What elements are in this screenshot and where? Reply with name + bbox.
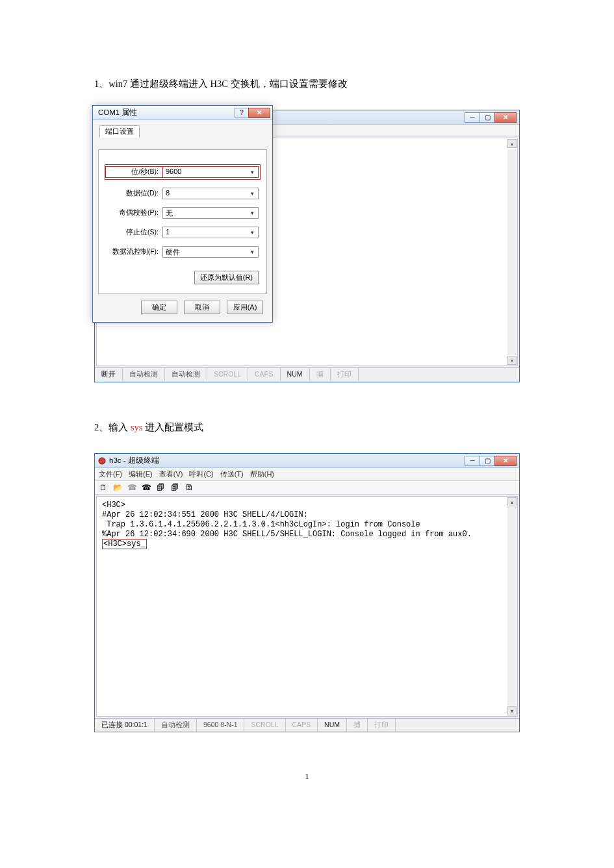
scroll-down-icon[interactable]: ▾ xyxy=(507,706,517,715)
status-detect1: 自动检测 xyxy=(123,368,165,381)
close-button[interactable]: ✕ xyxy=(494,112,517,123)
menu-help[interactable]: 帮助(H) xyxy=(250,469,274,479)
maximize-button[interactable]: ▢ xyxy=(480,456,495,466)
step1-text: win7 通过超级终端进入 H3C 交换机，端口设置需要修改 xyxy=(109,79,347,89)
close-button[interactable]: ✕ xyxy=(494,456,517,466)
scroll-down-icon[interactable]: ▾ xyxy=(507,356,517,365)
status-conn: 已连接 00:01:1 xyxy=(95,719,155,732)
step2-after: 进入配置模式 xyxy=(142,422,203,432)
status-capture: 捕 xyxy=(310,368,331,381)
svg-point-0 xyxy=(99,458,105,464)
field-databits: 数据位(D): 8 xyxy=(107,188,259,199)
win2-statusbar: 已连接 00:01:1 自动检测 9600 8-N-1 SCROLL CAPS … xyxy=(95,718,519,732)
apply-button[interactable]: 应用(A) xyxy=(227,301,263,314)
menu-file[interactable]: 文件(F) xyxy=(99,469,122,479)
send-icon[interactable]: 🗐 xyxy=(156,483,165,492)
ok-button[interactable]: 确定 xyxy=(141,301,177,314)
status-scroll: SCROLL xyxy=(207,368,248,381)
dialog-help-button[interactable]: ? xyxy=(235,108,249,118)
menu-view[interactable]: 查看(V) xyxy=(159,469,183,479)
vscrollbar[interactable] xyxy=(507,149,517,355)
properties-icon[interactable]: 🖺 xyxy=(185,483,194,492)
stopbits-select[interactable]: 1 xyxy=(162,227,259,238)
step1-title: 1、win7 通过超级终端进入 H3C 交换机，端口设置需要修改 xyxy=(94,78,520,90)
flow-select[interactable]: 硬件 xyxy=(162,246,259,258)
minimize-button[interactable]: ─ xyxy=(465,456,480,466)
status-caps: CAPS xyxy=(286,719,318,732)
status-caps: CAPS xyxy=(248,368,281,381)
terminal-output: <H3C> #Apr 26 12:02:34:551 2000 H3C SHEL… xyxy=(97,497,517,553)
hyperterminal-window-2: h3c - 超级终端 ─ ▢ ✕ 文件(F) 编辑(E) 查看(V) 呼叫(C)… xyxy=(94,453,520,732)
field-baud: 位/秒(B): 9600 xyxy=(105,164,261,180)
field-flowcontrol: 数据流控制(F): 硬件 xyxy=(107,246,259,258)
new-icon[interactable]: 🗋 xyxy=(99,483,108,492)
dialog-close-button[interactable]: ✕ xyxy=(248,108,270,118)
status-scroll: SCROLL xyxy=(244,719,285,732)
step2-title: 2、输入 sys 进入配置模式 xyxy=(94,421,520,434)
parity-label: 奇偶校验(P): xyxy=(107,208,162,217)
app-icon xyxy=(97,456,107,465)
tab-panel: 位/秒(B): 9600 数据位(D): 8 奇偶校验(P): 无 停止位(S)… xyxy=(98,149,267,294)
status-print: 打印 xyxy=(331,368,359,381)
page-number: 1 xyxy=(94,771,520,782)
win2-title: h3c - 超级终端 xyxy=(109,456,465,465)
baud-select[interactable]: 9600 xyxy=(162,166,259,178)
status-num: NUM xyxy=(318,719,347,732)
restore-defaults-button[interactable]: 还原为默认值(R) xyxy=(194,271,259,284)
baud-label: 位/秒(B): xyxy=(107,167,162,177)
menu-call[interactable]: 呼叫(C) xyxy=(189,469,213,479)
step2-cmd: sys xyxy=(131,422,143,432)
win2-titlebar: h3c - 超级终端 ─ ▢ ✕ xyxy=(95,454,519,468)
status-num: NUM xyxy=(281,368,310,381)
hyperterminal-window-1: ─ ▢ ✕ ▴ ▾ 断开 自动检测 自动检测 SCROLL CAPS NUM 捕… xyxy=(94,110,520,382)
stopbits-label: 停止位(S): xyxy=(107,228,162,237)
receive-icon[interactable]: 🗐 xyxy=(170,483,179,492)
databits-label: 数据位(D): xyxy=(107,189,162,198)
flow-label: 数据流控制(F): xyxy=(107,247,162,256)
status-conn: 断开 xyxy=(95,368,123,381)
dialog-title: COM1 属性 xyxy=(98,108,235,118)
step2-num: 2、 xyxy=(94,422,109,432)
minimize-button[interactable]: ─ xyxy=(465,112,480,123)
step2-before: 输入 xyxy=(109,422,131,432)
com1-properties-dialog: COM1 属性 ? ✕ 端口设置 位/秒(B): 9600 数据位(D): 8 … xyxy=(92,105,273,323)
field-stopbits: 停止位(S): 1 xyxy=(107,227,259,238)
parity-select[interactable]: 无 xyxy=(162,207,259,219)
term-highlight-box: <H3C>sys_ xyxy=(102,539,147,549)
dialog-titlebar: COM1 属性 ? ✕ xyxy=(93,106,272,120)
win2-toolbar: 🗋 📂 ☎ ☎ 🗐 🗐 🖺 xyxy=(95,481,519,495)
win2-terminal[interactable]: <H3C> #Apr 26 12:02:34:551 2000 H3C SHEL… xyxy=(96,496,518,717)
tab-port-settings[interactable]: 端口设置 xyxy=(99,125,140,138)
status-detect1: 自动检测 xyxy=(155,719,197,732)
open-icon[interactable]: 📂 xyxy=(113,483,122,492)
databits-select[interactable]: 8 xyxy=(162,188,259,199)
menu-edit[interactable]: 编辑(E) xyxy=(129,469,153,479)
vscrollbar[interactable] xyxy=(507,507,517,706)
win2-menubar: 文件(F) 编辑(E) 查看(V) 呼叫(C) 传送(T) 帮助(H) xyxy=(95,468,519,481)
status-detect2: 自动检测 xyxy=(165,368,207,381)
status-capture: 捕 xyxy=(347,719,368,732)
cancel-button[interactable]: 取消 xyxy=(184,301,220,314)
maximize-button[interactable]: ▢ xyxy=(480,112,495,123)
hangup-icon[interactable]: ☎ xyxy=(142,483,151,492)
status-print: 打印 xyxy=(368,719,396,732)
status-detect2: 9600 8-N-1 xyxy=(197,719,245,732)
win1-statusbar: 断开 自动检测 自动检测 SCROLL CAPS NUM 捕 打印 xyxy=(95,367,519,381)
scroll-up-icon[interactable]: ▴ xyxy=(507,139,517,148)
step1-num: 1、 xyxy=(94,79,109,89)
field-parity: 奇偶校验(P): 无 xyxy=(107,207,259,219)
call-icon[interactable]: ☎ xyxy=(127,483,136,492)
scroll-up-icon[interactable]: ▴ xyxy=(507,497,517,506)
menu-transfer[interactable]: 传送(T) xyxy=(220,469,244,479)
